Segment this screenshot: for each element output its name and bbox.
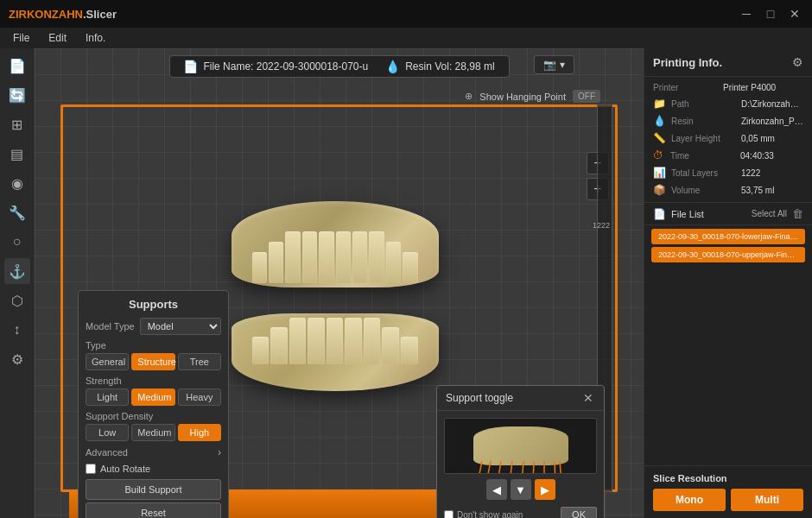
close-button[interactable]: ✕	[786, 5, 803, 22]
file-item-upper[interactable]: 2022-09-30_00018-070-upperjaw-Final-Up	[651, 247, 805, 262]
time-row: ⏱ Time 04:40:33	[644, 147, 812, 164]
ok-button[interactable]: OK	[561, 507, 597, 518]
type-label: Type	[86, 340, 221, 351]
svg-line-4	[522, 461, 523, 474]
resin-row: 💧 Resin Zirkonzahn_Printer Resin \	[644, 112, 812, 130]
sidebar-icon-arrow[interactable]: ↕	[4, 317, 30, 343]
maximize-button[interactable]: □	[762, 5, 779, 22]
strength-medium-btn[interactable]: Medium	[131, 388, 174, 406]
density-label: Support Density	[86, 411, 221, 421]
file-item-lower[interactable]: 2022-09-30_00018-070-lowerjaw-Final-Lo	[651, 229, 805, 244]
mono-button[interactable]: Mono	[653, 489, 726, 511]
delete-icon[interactable]: 🗑	[792, 207, 803, 220]
printer-info-table: Printer Printer P4000 📁 Path D:\Zirkonza…	[644, 77, 812, 202]
type-general-btn[interactable]: General	[86, 353, 129, 370]
file-list: 2022-09-30_00018-070-lowerjaw-Final-Lo 2…	[644, 225, 812, 266]
lower-jaw-model	[232, 313, 439, 391]
resin-value: Zirkonzahn_Printer Resin \	[741, 117, 803, 126]
tooth	[401, 337, 418, 364]
sidebar-icon-slice[interactable]: ⬡	[4, 287, 30, 313]
svg-line-3	[510, 461, 512, 474]
layer-height-value: 0,05 mm	[741, 134, 803, 143]
product-name: .Slicer	[83, 8, 117, 21]
file-list-title: File List	[671, 209, 746, 219]
select-all-button[interactable]: Select All	[752, 209, 787, 218]
tooth	[336, 231, 351, 283]
dialog-title: Support toggle	[446, 392, 513, 404]
tooth	[386, 242, 401, 283]
density-low-btn[interactable]: Low	[86, 424, 129, 441]
reset-button[interactable]: Reset	[86, 502, 221, 518]
volume-icon: 📦	[653, 184, 666, 196]
density-high-btn[interactable]: High	[178, 424, 221, 441]
total-layers-row: 📊 Total Layers 1222	[644, 164, 812, 181]
tooth	[352, 231, 367, 283]
dont-show-again-checkbox[interactable]	[444, 510, 454, 519]
sidebar-icon-tool[interactable]: 🔧	[4, 199, 30, 225]
sidebar-icon-grid[interactable]: ⊞	[4, 111, 30, 137]
model-type-row: Model Type Model Part	[86, 318, 221, 335]
dialog-close-button[interactable]: ✕	[581, 391, 595, 405]
file-info: 📄 File Name: 2022-09-3000018-070-u	[183, 60, 368, 73]
layers-icon: 📊	[653, 167, 666, 179]
sidebar-icon-object[interactable]: ◉	[4, 170, 30, 196]
density-medium-btn[interactable]: Medium	[131, 424, 174, 441]
strength-light-btn[interactable]: Light	[86, 388, 129, 406]
layer-icon: 📏	[653, 132, 666, 144]
strength-heavy-btn[interactable]: Heavy	[178, 388, 221, 406]
tooth	[289, 318, 307, 364]
menu-info[interactable]: Info.	[77, 30, 114, 46]
tooth	[269, 242, 283, 283]
type-tree-btn[interactable]: Tree	[178, 353, 221, 370]
sidebar-icon-circle[interactable]: ○	[4, 229, 30, 255]
printer-value: Printer P4000	[723, 83, 803, 92]
tooth	[345, 318, 362, 364]
type-structure-btn[interactable]: Structure	[131, 353, 174, 370]
volume-value: 53,75 ml	[741, 186, 803, 195]
menu-file[interactable]: File	[4, 30, 38, 46]
sidebar-icon-file[interactable]: 📄	[4, 53, 30, 79]
advanced-arrow-icon[interactable]: ›	[218, 446, 221, 458]
upper-jaw-model	[232, 201, 439, 287]
density-row: Support Density Low Medium High	[86, 411, 221, 441]
support-toggle-dialog: Support toggle ✕	[436, 385, 605, 518]
sidebar-icon-rotate[interactable]: 🔄	[4, 82, 30, 108]
sidebar-icon-support[interactable]: ⚓	[4, 258, 30, 284]
tooth	[308, 318, 325, 364]
nav-down-button[interactable]: ▼	[511, 479, 531, 500]
multi-button[interactable]: Multi	[731, 489, 803, 511]
tooth	[382, 327, 399, 364]
time-key: Time	[670, 151, 735, 161]
hanging-point-toggle[interactable]: OFF	[573, 90, 600, 103]
menu-edit[interactable]: Edit	[40, 30, 75, 46]
sidebar-icon-layers[interactable]: ▤	[4, 141, 30, 167]
file-name-label: File Name: 2022-09-3000018-070-u	[203, 60, 368, 73]
printer-key: Printer	[653, 83, 718, 92]
camera-nav-button[interactable]: 📷 ▾	[534, 55, 574, 74]
sidebar-icon-settings[interactable]: ⚙	[4, 346, 30, 372]
nav-left-button[interactable]: ◀	[486, 479, 507, 500]
viewport: 📄 File Name: 2022-09-3000018-070-u 💧 Res…	[35, 48, 644, 518]
preview-container	[473, 426, 568, 465]
build-support-button[interactable]: Build Support	[86, 479, 221, 500]
hanging-point-icon: ⊕	[465, 91, 473, 102]
menubar: File Edit Info.	[0, 28, 812, 48]
svg-line-1	[486, 461, 491, 474]
tooth	[252, 252, 267, 283]
printer-row: Printer Printer P4000	[644, 80, 812, 95]
settings-gear-icon[interactable]: ⚙	[792, 55, 803, 69]
layer-height-key: Layer Height	[671, 134, 736, 143]
tooth	[327, 318, 344, 364]
nav-right-button[interactable]: ▶	[535, 479, 555, 500]
auto-rotate-checkbox[interactable]	[86, 464, 96, 474]
hanging-point-bar: ⊕ Show Hanging Point OFF	[465, 90, 600, 103]
total-layers-value: 1222	[741, 168, 803, 178]
main-area: 📄 🔄 ⊞ ▤ ◉ 🔧 ○ ⚓ ⬡ ↕ ⚙ 📄 File Name: 2022-…	[0, 48, 812, 518]
svg-line-2	[498, 461, 501, 474]
top-info-bar: 📄 File Name: 2022-09-3000018-070-u 💧 Res…	[168, 55, 509, 78]
minimize-button[interactable]: ─	[738, 5, 755, 22]
window-controls: ─ □ ✕	[738, 5, 803, 22]
time-value: 04:40:33	[740, 151, 803, 161]
total-layers-key: Total Layers	[671, 168, 736, 178]
model-type-select[interactable]: Model Part	[140, 318, 221, 335]
